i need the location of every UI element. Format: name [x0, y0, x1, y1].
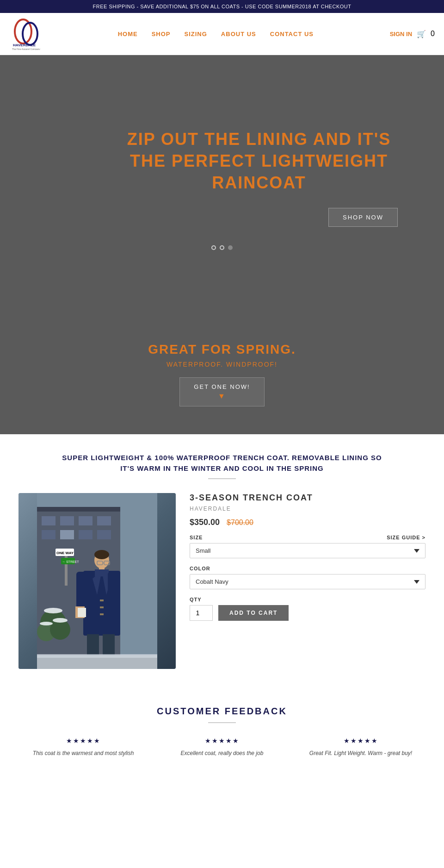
feedback-divider	[208, 722, 236, 723]
svg-rect-10	[97, 516, 111, 525]
svg-rect-8	[60, 516, 74, 525]
svg-rect-33	[108, 572, 118, 606]
svg-rect-11	[42, 530, 56, 539]
qty-row: ADD TO CART	[190, 605, 426, 621]
product-details: 3-SEASON TRENCH COAT HAVERDALE $350.00 $…	[190, 493, 426, 621]
navigation: HAVERDALE The Fine Apparel Company HOME …	[0, 13, 444, 55]
product-layout: ONE WAY → STREET	[9, 493, 435, 669]
nav-links: HOME SHOP SIZING ABOUT US CONTACT US	[118, 31, 314, 37]
arrow-down-icon: ▼	[218, 392, 226, 400]
svg-point-21	[94, 550, 109, 559]
spring-subtitle: WATERPROOF. WINDPROOF!	[9, 361, 435, 368]
svg-rect-27	[100, 599, 104, 601]
announcement-bar: FREE SHIPPING - SAVE ADDITIONAL $75 ON A…	[0, 0, 444, 13]
hero-content: ZIP OUT THE LINING AND IT'S THE PERFECT …	[18, 129, 426, 226]
svg-rect-12	[60, 530, 74, 539]
nav-home[interactable]: HOME	[118, 31, 138, 37]
svg-rect-30	[76, 572, 86, 609]
qty-input[interactable]	[190, 605, 213, 621]
size-select[interactable]: Small Medium Large XL XXL	[190, 543, 426, 558]
review-3-stars: ★★★★★	[296, 737, 426, 744]
sign-in-link[interactable]: SIGN IN	[390, 31, 412, 37]
svg-point-44	[44, 608, 62, 613]
review-1-stars: ★★★★★	[18, 737, 148, 744]
size-label: SIZE	[190, 535, 203, 540]
product-image: ONE WAY → STREET	[18, 493, 176, 669]
size-guide-link[interactable]: Size Guide >	[387, 535, 426, 540]
review-1: ★★★★★ This coat is the warmest and most …	[18, 737, 148, 757]
svg-rect-9	[79, 516, 92, 525]
svg-text:→ STREET: → STREET	[62, 560, 79, 563]
review-3: ★★★★★ Great Fit. Light Weight. Warm - gr…	[296, 737, 426, 757]
review-3-text: Great Fit. Light Weight. Warm - great bu…	[296, 749, 426, 757]
qty-field: QTY ADD TO CART	[190, 597, 426, 621]
reviews-grid: ★★★★★ This coat is the warmest and most …	[9, 737, 435, 757]
color-field: COLOR Cobalt Navy Black Charcoal Tan	[190, 566, 426, 589]
svg-point-45	[40, 622, 53, 625]
size-field: SIZE Size Guide > Small Medium Large XL …	[190, 535, 426, 558]
svg-rect-26	[95, 569, 109, 576]
size-label-row: SIZE Size Guide >	[190, 535, 426, 540]
svg-text:The Fine Apparel Company: The Fine Apparel Company	[12, 48, 40, 50]
svg-text:ONE WAY: ONE WAY	[56, 551, 74, 555]
product-illustration: ONE WAY → STREET	[37, 493, 157, 669]
spring-title: GREAT FOR SPRING.	[9, 342, 435, 357]
svg-rect-29	[100, 613, 104, 615]
svg-rect-48	[37, 654, 157, 658]
svg-text:HAVERDALE: HAVERDALE	[13, 43, 36, 47]
logo-icon: HAVERDALE The Fine Apparel Company	[9, 18, 42, 50]
nav-shop[interactable]: SHOP	[152, 31, 171, 37]
product-name: 3-SEASON TRENCH COAT	[190, 493, 426, 503]
logo[interactable]: HAVERDALE The Fine Apparel Company	[9, 18, 42, 50]
color-select[interactable]: Cobalt Navy Black Charcoal Tan	[190, 574, 426, 589]
headline-divider	[208, 478, 236, 479]
shop-now-button[interactable]: SHOP NOW	[328, 208, 398, 227]
slider-dot-2[interactable]	[220, 245, 224, 250]
svg-rect-32	[78, 608, 86, 617]
hero-section: ZIP OUT THE LINING AND IT'S THE PERFECT …	[0, 55, 444, 324]
product-prices: $350.00 $700.00	[190, 518, 426, 527]
product-brand: HAVERDALE	[190, 506, 426, 512]
slider-dots	[18, 245, 426, 250]
price-current: $350.00	[190, 518, 220, 527]
feedback-title: CUSTOMER FEEDBACK	[9, 706, 435, 717]
cart-icon[interactable]: 🛒	[417, 30, 426, 38]
review-2-stars: ★★★★★	[157, 737, 287, 744]
svg-rect-13	[79, 530, 92, 539]
product-image-inner: ONE WAY → STREET	[18, 493, 176, 669]
review-2-text: Excellent coat, really does the job	[157, 749, 287, 757]
nav-sizing[interactable]: SIZING	[185, 31, 207, 37]
get-one-now-button[interactable]: GET ONE NOW! ▼	[179, 377, 264, 406]
nav-right: SIGN IN 🛒 0	[390, 30, 435, 38]
cart-count: 0	[431, 30, 435, 38]
add-to-cart-button[interactable]: ADD TO CART	[218, 605, 289, 621]
announcement-text: FREE SHIPPING - SAVE ADDITIONAL $75 ON A…	[93, 4, 352, 9]
nav-contact[interactable]: CONTACT US	[270, 31, 314, 37]
feedback-section: CUSTOMER FEEDBACK ★★★★★ This coat is the…	[0, 687, 444, 771]
color-label: COLOR	[190, 566, 210, 571]
svg-rect-14	[97, 530, 111, 539]
nav-about[interactable]: ABOUT US	[221, 31, 256, 37]
spring-section: GREAT FOR SPRING. WATERPROOF. WINDPROOF!…	[0, 324, 444, 434]
slider-dot-3[interactable]	[228, 245, 233, 250]
color-label-row: COLOR	[190, 566, 426, 571]
product-section: SUPER LIGHTWEIGHT & 100% WATERPROOF TREN…	[0, 434, 444, 687]
price-original: $700.00	[227, 518, 253, 527]
product-headline: SUPER LIGHTWEIGHT & 100% WATERPROOF TREN…	[60, 453, 384, 474]
review-1-text: This coat is the warmest and most stylis…	[18, 749, 148, 757]
svg-rect-28	[100, 606, 104, 608]
svg-point-46	[53, 618, 68, 623]
hero-title: ZIP OUT THE LINING AND IT'S THE PERFECT …	[120, 129, 398, 194]
svg-rect-6	[37, 507, 120, 512]
slider-dot-1[interactable]	[211, 245, 216, 250]
review-2: ★★★★★ Excellent coat, really does the jo…	[157, 737, 287, 757]
svg-rect-7	[42, 516, 56, 525]
qty-label: QTY	[190, 597, 426, 602]
